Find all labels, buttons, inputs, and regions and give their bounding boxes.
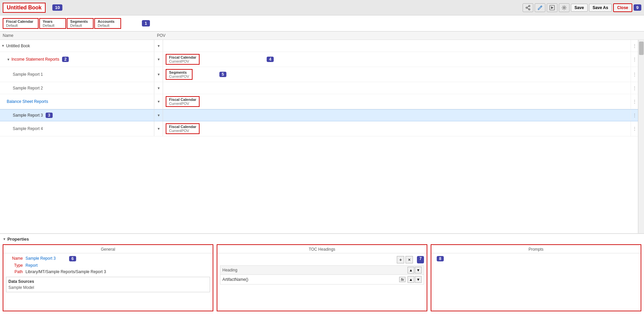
row-menu[interactable]: ⋮: [631, 82, 638, 94]
col-name-header: Name: [3, 33, 157, 38]
toc-header-row: Heading ▲ ▼: [220, 265, 424, 275]
row-dropdown[interactable]: ▾: [154, 110, 163, 121]
toc-data-row: ArtifactName() fx ▲ ▼: [220, 275, 424, 285]
save-button[interactable]: Save: [571, 4, 588, 12]
svg-marker-7: [551, 6, 553, 9]
pov-accounts[interactable]: Accounts Default: [94, 18, 121, 29]
toc-data-up-btn[interactable]: ▲: [408, 276, 414, 283]
save-as-button[interactable]: Save As: [589, 4, 612, 12]
svg-point-8: [563, 7, 565, 8]
row-pov-cell: Segments CurrentPOV 5: [163, 67, 631, 82]
prompts-panel: Prompts 8: [431, 244, 641, 311]
row-menu[interactable]: ⋮: [631, 40, 638, 52]
row-pov-cell: [163, 82, 631, 94]
collapse-arrow-icon[interactable]: ▼: [3, 237, 6, 241]
share-icon-btn[interactable]: [523, 3, 533, 12]
scrollbar[interactable]: [638, 40, 644, 233]
row-dropdown[interactable]: ▾: [154, 121, 163, 136]
gear-icon: [561, 5, 567, 10]
svg-line-3: [527, 6, 529, 7]
row-pov-cell: Fiscal Calendar CurrentPOV: [163, 94, 631, 109]
svg-point-2: [526, 7, 527, 8]
prompts-panel-body: 8: [431, 253, 641, 264]
toc-panel-title: TOC Headings: [217, 245, 427, 253]
badge-7: 7: [417, 256, 424, 263]
toc-actions: ▲ ▼: [406, 267, 422, 273]
share-icon: [525, 5, 531, 10]
row-name[interactable]: Balance Sheet Reports: [7, 99, 48, 104]
row-dropdown[interactable]: ▾: [154, 52, 163, 67]
collapse-arrow-icon[interactable]: ▼: [1, 44, 5, 48]
prop-row-type: Type Report: [6, 263, 210, 268]
prop-name-label: Name: [6, 256, 23, 261]
toc-panel-body: + × 7 Heading ▲ ▼ ArtifactName: [217, 253, 427, 287]
toc-add-button[interactable]: +: [397, 256, 404, 263]
scrollbar-thumb[interactable]: [639, 42, 644, 55]
badge-4: 4: [267, 57, 274, 62]
collapse-arrow-icon[interactable]: ▼: [7, 58, 10, 61]
pov-badge[interactable]: Fiscal Calendar CurrentPOV: [166, 96, 200, 107]
prop-row-path: Path Library/MT/Sample Reports/Sample Re…: [6, 269, 210, 274]
general-panel: General Name Sample Report 3 6 Type Repo…: [3, 244, 213, 311]
toc-data-down-btn[interactable]: ▼: [415, 276, 422, 283]
badge-8: 8: [437, 256, 444, 261]
toc-fx-btn[interactable]: fx: [399, 277, 406, 282]
table-row: Sample Report 3 3 ▾ ⋮: [0, 109, 638, 121]
prop-name-value: Sample Report 3: [25, 256, 56, 261]
prop-row-name: Name Sample Report 3 6: [6, 256, 210, 261]
pov-badge[interactable]: Fiscal Calendar CurrentPOV: [166, 123, 200, 134]
row-menu[interactable]: ⋮: [631, 52, 638, 67]
row-name[interactable]: Sample Report 4: [13, 126, 43, 131]
data-sources-title: Data Sources: [8, 279, 208, 284]
tree-and-scroll: ▼ Untitled Book ▾ ⋮ ▼ Income Statement R…: [0, 40, 644, 233]
row-name[interactable]: Sample Report 1: [13, 72, 43, 77]
table-row: Sample Report 2 ▾ ⋮: [0, 82, 638, 94]
edit-icon-btn[interactable]: [535, 3, 545, 12]
toc-panel: TOC Headings + × 7 Heading ▲ ▼: [217, 244, 427, 311]
row-dropdown[interactable]: ▾: [154, 40, 163, 52]
play-icon: [549, 5, 555, 10]
row-dropdown[interactable]: ▾: [154, 94, 163, 109]
row-name[interactable]: Sample Report 3: [13, 113, 43, 118]
row-name-cell: Sample Report 3 3: [0, 110, 154, 121]
pov-fiscal-calendar[interactable]: Fiscal Calendar Default: [3, 18, 39, 29]
row-name: Untitled Book: [6, 44, 30, 48]
toc-up-btn[interactable]: ▲: [408, 267, 414, 273]
pov-bar: Fiscal Calendar Default Years Default Se…: [0, 15, 644, 32]
row-dropdown[interactable]: ▾: [154, 82, 163, 94]
badge-6: 6: [69, 256, 76, 261]
table-row: Sample Report 1 ▾ Segments CurrentPOV 5 …: [0, 67, 638, 82]
table-row: Sample Report 4 ▾ Fiscal Calendar Curren…: [0, 121, 638, 136]
row-name-cell: ▼ Untitled Book: [0, 40, 154, 52]
row-menu[interactable]: ⋮: [631, 110, 638, 121]
app-wrapper: Untitled Book 10: [0, 0, 644, 314]
table-header: Name POV: [0, 32, 644, 40]
settings-icon-btn[interactable]: [559, 3, 570, 12]
toc-toolbar: + × 7: [220, 256, 424, 263]
pov-segments[interactable]: Segments Default: [67, 18, 94, 29]
badge-10: 10: [52, 4, 62, 11]
row-dropdown[interactable]: ▾: [154, 67, 163, 82]
pov-years[interactable]: Years Default: [39, 18, 66, 29]
row-name[interactable]: Sample Report 2: [13, 86, 43, 90]
row-menu[interactable]: ⋮: [631, 121, 638, 136]
close-button[interactable]: Close: [613, 3, 632, 12]
toolbar: Save Save As Close 9: [523, 3, 641, 12]
top-header: Untitled Book 10: [0, 0, 644, 15]
play-icon-btn[interactable]: [547, 3, 557, 12]
row-menu[interactable]: ⋮: [631, 94, 638, 109]
col-pov-header: POV: [157, 33, 641, 38]
pov-badge[interactable]: Segments CurrentPOV: [166, 69, 193, 80]
toc-remove-button[interactable]: ×: [406, 256, 413, 263]
toc-down-btn[interactable]: ▼: [415, 267, 422, 273]
svg-line-4: [527, 8, 529, 9]
data-sources-box: Data Sources Sample Model: [6, 277, 210, 292]
properties-section: ▼ Properties General Name Sample Report …: [0, 233, 644, 314]
row-menu[interactable]: ⋮: [631, 67, 638, 82]
main-area: Name POV ▼ Untitled Book ▾ ⋮: [0, 32, 644, 314]
general-panel-body: Name Sample Report 3 6 Type Report Path …: [3, 253, 213, 295]
row-name-cell: Balance Sheet Reports: [0, 94, 154, 109]
pov-badge[interactable]: Fiscal Calendar CurrentPOV: [166, 54, 200, 65]
row-pov-cell: [163, 40, 631, 52]
row-name[interactable]: Income Statement Reports: [11, 57, 59, 62]
